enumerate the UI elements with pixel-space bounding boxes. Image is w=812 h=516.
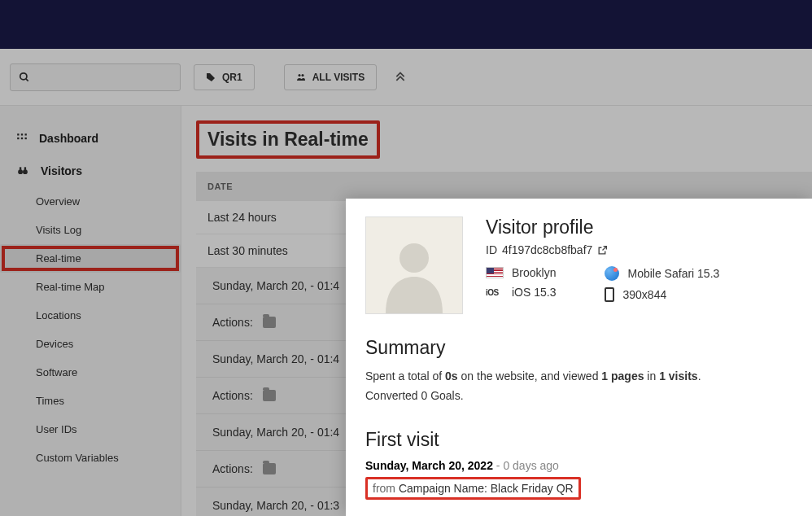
page-title: Visits in Real-time — [196, 120, 380, 159]
svg-line-1 — [26, 78, 28, 81]
avatar — [365, 216, 463, 314]
sidebar-item-real-time-map[interactable]: Real-time Map — [0, 273, 181, 301]
sidebar-section-dashboard[interactable]: Dashboard — [0, 122, 181, 155]
actions-label: Actions: — [212, 462, 253, 475]
search-input[interactable] — [10, 63, 181, 91]
svg-rect-7 — [17, 138, 19, 139]
profile-browser: Mobile Safari 15.3 — [605, 266, 719, 281]
svg-rect-13 — [24, 167, 26, 170]
actions-label: Actions: — [212, 316, 253, 329]
sidebar-item-times[interactable]: Times — [0, 387, 181, 415]
svg-rect-9 — [25, 138, 27, 139]
svg-point-11 — [23, 169, 28, 174]
profile-location: Brooklyn — [486, 266, 556, 279]
toolbar: QR1 ALL VISITS — [0, 49, 812, 106]
sidebar: Dashboard Visitors Overview Visits Log R… — [0, 106, 181, 516]
svg-point-2 — [298, 74, 300, 77]
qr-label: QR1 — [222, 72, 242, 83]
table-header-date: DATE — [196, 172, 812, 201]
sidebar-section-visitors[interactable]: Visitors — [0, 155, 181, 187]
all-visits-button[interactable]: ALL VISITS — [284, 64, 377, 90]
mobile-icon — [605, 287, 614, 302]
svg-rect-5 — [21, 133, 23, 135]
svg-rect-12 — [20, 167, 21, 170]
svg-point-0 — [20, 72, 27, 79]
sidebar-item-user-ids[interactable]: User IDs — [0, 415, 181, 444]
sidebar-item-software[interactable]: Software — [0, 358, 181, 387]
people-icon — [296, 72, 306, 82]
dashboard-label: Dashboard — [39, 132, 98, 145]
tag-icon — [206, 72, 216, 82]
folder-icon[interactable] — [263, 317, 276, 328]
grid-icon — [16, 133, 28, 144]
svg-rect-8 — [21, 138, 23, 139]
svg-point-14 — [399, 243, 429, 273]
top-bar — [0, 0, 812, 49]
first-visit-campaign: from Campaign Name: Black Friday QR — [365, 477, 581, 500]
sidebar-item-overview[interactable]: Overview — [0, 187, 181, 216]
actions-label: Actions: — [212, 389, 253, 402]
visitor-profile-popup: Visitor profile ID 4f197dc8cb8fbaf7 Broo… — [346, 199, 812, 516]
folder-icon[interactable] — [263, 463, 276, 474]
ios-icon: iOS — [486, 288, 504, 297]
sidebar-item-locations[interactable]: Locations — [0, 301, 181, 330]
all-visits-label: ALL VISITS — [312, 72, 365, 83]
first-visit-date: Sunday, March 20, 2022 - 0 days ago — [365, 459, 792, 472]
safari-icon — [605, 266, 619, 281]
summary-text: Spent a total of 0s on the website, and … — [365, 367, 792, 406]
sidebar-item-devices[interactable]: Devices — [0, 330, 181, 358]
svg-point-10 — [18, 169, 23, 174]
binoculars-icon — [16, 165, 29, 177]
collapse-button[interactable] — [390, 65, 411, 89]
profile-title: Visitor profile — [486, 216, 792, 238]
sidebar-item-custom-variables[interactable]: Custom Variables — [0, 444, 181, 472]
sidebar-item-visits-log[interactable]: Visits Log — [0, 216, 181, 244]
profile-os: iOS iOS 15.3 — [486, 286, 556, 299]
summary-heading: Summary — [365, 337, 792, 359]
first-visit-heading: First visit — [365, 429, 792, 451]
search-icon — [19, 72, 30, 83]
svg-point-3 — [301, 74, 303, 77]
chevron-double-up-icon — [395, 70, 406, 81]
svg-rect-6 — [25, 133, 27, 135]
visitors-label: Visitors — [41, 164, 82, 177]
flag-us-icon — [486, 267, 504, 278]
profile-resolution: 390x844 — [605, 287, 719, 302]
folder-icon[interactable] — [263, 390, 276, 401]
profile-id: ID 4f197dc8cb8fbaf7 — [486, 243, 792, 256]
qr-dropdown[interactable]: QR1 — [194, 64, 255, 90]
external-link-icon[interactable] — [597, 245, 608, 256]
svg-rect-4 — [17, 133, 19, 135]
sidebar-item-real-time[interactable]: Real-time — [0, 244, 181, 273]
